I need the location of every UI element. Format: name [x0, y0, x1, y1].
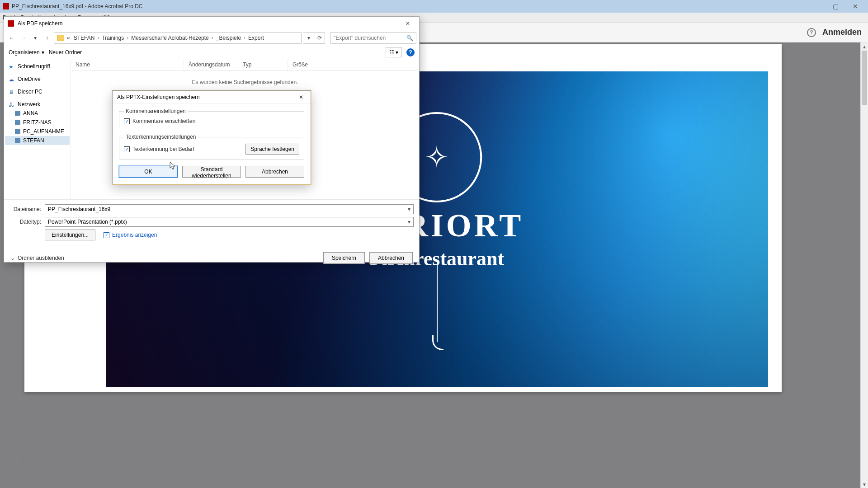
- restore-defaults-button[interactable]: Standard wiederherstellen: [182, 166, 241, 178]
- col-size[interactable]: Größe: [288, 59, 419, 70]
- nav-forward-button[interactable]: →: [19, 33, 28, 43]
- tree-node-3-label: STEFAN: [23, 137, 44, 144]
- pptx-cancel-button[interactable]: Abbrechen: [245, 166, 304, 178]
- tree-node-1-label: FRITZ-NAS: [23, 119, 52, 126]
- search-input[interactable]: [334, 35, 406, 41]
- filename-field[interactable]: ▾: [45, 204, 414, 214]
- path-refresh-button[interactable]: ⟳: [314, 32, 325, 44]
- crumb-4[interactable]: Export: [247, 35, 265, 41]
- view-mode-button[interactable]: ☷ ▾: [386, 47, 402, 57]
- search-icon[interactable]: 🔍: [406, 35, 413, 41]
- organize-label: Organisieren: [9, 49, 40, 56]
- filename-label: Dateiname:: [9, 206, 41, 212]
- checkbox-icon: [124, 118, 130, 124]
- tree-quickaccess[interactable]: ★Schnellzugriff: [5, 62, 70, 71]
- filetype-value: PowerPoint-Präsentation (*.pptx): [48, 219, 127, 225]
- tree-thispc-label: Dieser PC: [18, 89, 42, 95]
- acrobat-small-icon: [8, 20, 14, 27]
- save-button[interactable]: Speichern: [323, 252, 365, 264]
- window-title: PP_Fischrestaurant_16x9.pdf - Adobe Acro…: [12, 3, 806, 9]
- tree-onedrive-label: OneDrive: [18, 76, 41, 82]
- crumb-1[interactable]: Trainings: [101, 35, 125, 41]
- tree-node-0[interactable]: ANNA: [5, 109, 70, 118]
- cancel-button[interactable]: Abbrechen: [369, 252, 413, 264]
- filetype-label: Dateityp:: [9, 219, 41, 225]
- butterfly-watermark-icon: [13, 446, 44, 477]
- hide-folders-label: Ordner ausblenden: [18, 255, 64, 261]
- hide-folders-toggle[interactable]: ⌄ Ordner ausblenden: [10, 255, 64, 261]
- comment-settings-group: Kommentareinstellungen Kommentare einsch…: [119, 108, 304, 129]
- col-name[interactable]: Name: [71, 59, 184, 70]
- pptx-settings-dialog: Als PPTX-Einstellungen speichern ✕ Komme…: [112, 90, 311, 184]
- ocr-settings-legend: Texterkennungseinstellungen: [124, 134, 198, 140]
- comment-settings-legend: Kommentareinstellungen: [124, 108, 188, 114]
- scroll-up-icon[interactable]: ▴: [861, 42, 868, 50]
- minimize-button[interactable]: —: [806, 0, 826, 13]
- ocr-on-demand-label: Texterkennung bei Bedarf: [132, 146, 194, 152]
- breadcrumb-prefix: «: [66, 35, 71, 41]
- login-link[interactable]: Anmelden: [822, 28, 862, 37]
- include-comments-label: Kommentare einschließen: [132, 118, 195, 124]
- chevron-down-icon: ⌄: [10, 255, 15, 261]
- save-dialog-close-button[interactable]: ✕: [400, 18, 415, 29]
- ok-button[interactable]: OK: [119, 166, 178, 178]
- help-icon[interactable]: ?: [807, 28, 816, 37]
- folder-icon: [57, 35, 64, 41]
- pptx-dialog-title: Als PPTX-Einstellungen speichern: [117, 94, 200, 100]
- tree-onedrive[interactable]: ☁OneDrive: [5, 75, 70, 84]
- dialog-help-icon[interactable]: ?: [406, 48, 415, 56]
- filetype-field[interactable]: PowerPoint-Präsentation (*.pptx) ▾: [45, 217, 414, 227]
- fishhook-icon: [437, 261, 438, 342]
- tree-node-1[interactable]: FRITZ-NAS: [5, 118, 70, 127]
- tree-node-2-label: PC_AUFNAHME: [23, 128, 64, 135]
- tree-quickaccess-label: Schnellzugriff: [18, 63, 50, 70]
- pptx-dialog-close-button[interactable]: ✕: [296, 92, 306, 102]
- tree-node-2[interactable]: PC_AUFNAHME: [5, 127, 70, 136]
- crumb-2[interactable]: Messerscharfe Acrobat-Rezepte: [130, 35, 209, 41]
- set-language-button[interactable]: Sprache festlegen: [245, 144, 299, 155]
- col-type[interactable]: Typ: [238, 59, 288, 70]
- tree-node-3[interactable]: STEFAN: [5, 136, 70, 145]
- show-result-checkbox[interactable]: Ergebnis anzeigen: [104, 232, 157, 238]
- nav-tree: ★Schnellzugriff ☁OneDrive 🖥Dieser PC 🖧Ne…: [4, 59, 71, 199]
- ocr-on-demand-checkbox[interactable]: Texterkennung bei Bedarf: [124, 146, 194, 152]
- path-dropdown-button[interactable]: ▾: [303, 32, 314, 44]
- checkbox-icon: [104, 232, 109, 238]
- crumb-3[interactable]: _Beispiele: [215, 35, 242, 41]
- acrobat-logo-icon: [3, 3, 9, 9]
- crumb-0[interactable]: STEFAN: [73, 35, 96, 41]
- ocr-settings-group: Texterkennungseinstellungen Texterkennun…: [119, 134, 304, 160]
- organize-menu[interactable]: Organisieren▾: [9, 49, 44, 56]
- tree-network-label: Netzwerk: [18, 101, 40, 108]
- show-result-label: Ergebnis anzeigen: [112, 232, 157, 238]
- nav-up-button[interactable]: ↑: [42, 33, 52, 43]
- include-comments-checkbox[interactable]: Kommentare einschließen: [124, 118, 195, 124]
- breadcrumb-path[interactable]: « STEFAN› Trainings› Messerscharfe Acrob…: [54, 32, 302, 44]
- tree-thispc[interactable]: 🖥Dieser PC: [5, 87, 70, 96]
- close-button[interactable]: ✕: [845, 0, 865, 13]
- tree-network[interactable]: 🖧Netzwerk: [5, 100, 70, 109]
- scroll-down-icon[interactable]: ▾: [861, 480, 868, 488]
- maximize-button[interactable]: ▢: [826, 0, 845, 13]
- filetype-dropdown-icon[interactable]: ▾: [408, 219, 410, 225]
- filename-input[interactable]: [48, 206, 408, 212]
- filename-dropdown-icon[interactable]: ▾: [408, 206, 410, 212]
- nav-recent-button[interactable]: ▾: [30, 33, 40, 43]
- vertical-scrollbar[interactable]: ▴ ▾: [860, 42, 868, 488]
- checkbox-icon: [124, 146, 130, 152]
- search-box[interactable]: 🔍: [330, 32, 416, 44]
- save-dialog-title: Als PDF speichern: [18, 20, 400, 27]
- col-modified[interactable]: Änderungsdatum: [184, 59, 238, 70]
- nav-back-button[interactable]: ←: [7, 33, 17, 43]
- app-title-bar: PP_Fischrestaurant_16x9.pdf - Adobe Acro…: [0, 0, 868, 13]
- scroll-thumb[interactable]: [862, 51, 867, 105]
- tree-node-0-label: ANNA: [23, 110, 38, 117]
- settings-button[interactable]: Einstellungen...: [45, 230, 95, 240]
- new-folder-button[interactable]: Neuer Ordner: [49, 49, 82, 56]
